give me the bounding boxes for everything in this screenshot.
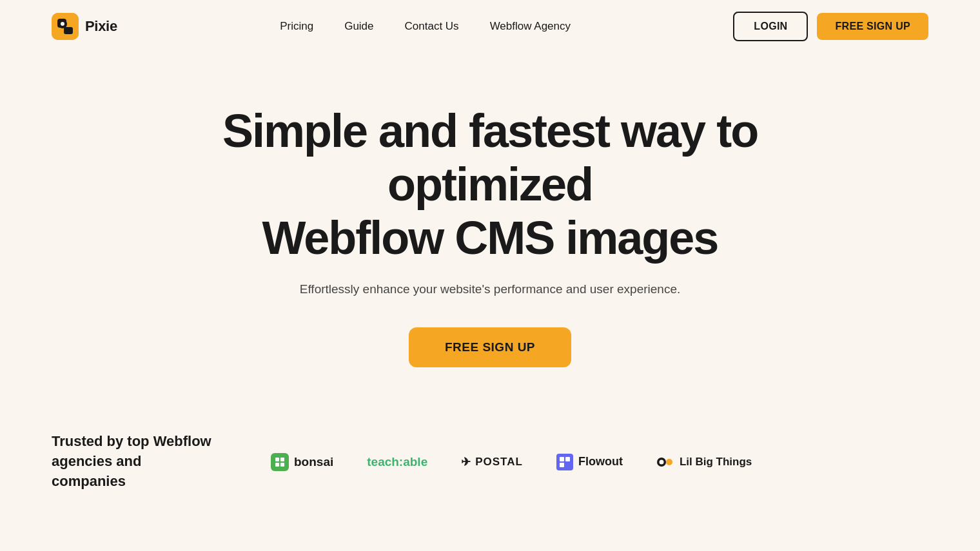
svg-rect-0 (52, 13, 79, 40)
nav-link-contact[interactable]: Contact Us (405, 20, 459, 33)
flowout-icon (556, 454, 573, 470)
trusted-heading: Trusted by top Webflow agencies and comp… (52, 432, 219, 491)
logo-flowout: Flowout (556, 454, 623, 470)
nav-link-pricing[interactable]: Pricing (280, 20, 313, 33)
hero-title-line2: Webflow CMS images (262, 212, 718, 264)
lilbig-icon (656, 453, 674, 471)
svg-point-12 (659, 459, 663, 464)
svg-rect-7 (280, 463, 284, 467)
hero-title-line1: Simple and fastest way to optimized (222, 105, 758, 210)
hero-title: Simple and fastest way to optimized Webf… (135, 104, 845, 264)
logo-icon (52, 13, 79, 40)
brand-name: Pixie (85, 18, 117, 35)
hero-cta-button[interactable]: FREE SIGN UP (409, 327, 571, 367)
svg-point-13 (666, 459, 672, 465)
lilbig-label: Lil Big Things (680, 456, 752, 469)
logo[interactable]: Pixie (52, 13, 117, 40)
hero-subtitle: Effortlessly enhance your website's perf… (300, 282, 680, 296)
bonsai-icon (271, 453, 289, 471)
svg-rect-1 (57, 19, 66, 28)
navbar: Pixie Pricing Guide Contact Us Webflow A… (0, 0, 980, 53)
svg-rect-9 (565, 457, 570, 461)
svg-rect-5 (280, 458, 284, 461)
svg-rect-3 (64, 27, 73, 34)
logo-bonsai: bonsai (271, 453, 333, 471)
nav-actions: LOGIN FREE SIGN UP (733, 12, 928, 41)
hero-section: Simple and fastest way to optimized Webf… (0, 53, 980, 406)
bonsai-label: bonsai (294, 455, 333, 469)
svg-rect-8 (560, 457, 564, 461)
trusted-logos: bonsai teach:able ✈ POSTAL Flowout (271, 453, 752, 471)
nav-links: Pricing Guide Contact Us Webflow Agency (280, 20, 571, 33)
teachable-label: teach:able (367, 455, 427, 469)
logo-teachable: teach:able (367, 455, 427, 469)
svg-rect-4 (275, 458, 279, 461)
login-button[interactable]: LOGIN (733, 12, 808, 41)
flowout-label: Flowout (578, 455, 623, 469)
trusted-section: Trusted by top Webflow agencies and comp… (0, 406, 980, 530)
svg-rect-2 (60, 21, 64, 25)
nav-link-guide[interactable]: Guide (344, 20, 373, 33)
logo-lilbig: Lil Big Things (656, 453, 752, 471)
svg-rect-10 (560, 463, 564, 467)
signup-button-nav[interactable]: FREE SIGN UP (817, 13, 928, 40)
nav-link-webflow[interactable]: Webflow Agency (490, 20, 571, 33)
postal-label: POSTAL (475, 456, 523, 469)
logo-postal: ✈ POSTAL (461, 455, 523, 469)
svg-rect-6 (275, 463, 279, 467)
postal-icon: ✈ (461, 455, 471, 469)
